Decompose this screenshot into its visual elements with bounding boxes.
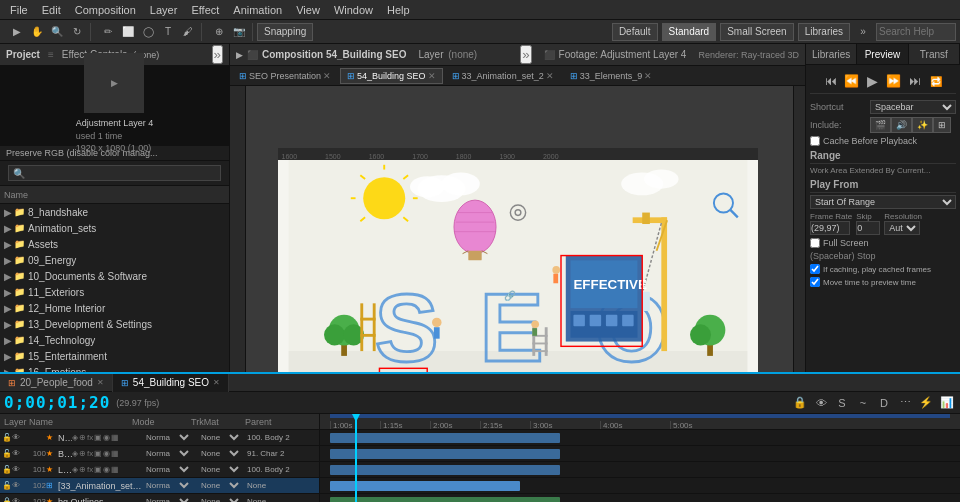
- workspace-default[interactable]: Default: [612, 23, 658, 41]
- menu-effect[interactable]: Effect: [185, 2, 225, 18]
- pen-tool[interactable]: ✏: [99, 23, 117, 41]
- play-from-select[interactable]: Start Of Range: [810, 195, 956, 209]
- full-screen-checkbox[interactable]: [810, 238, 820, 248]
- tree-item-assets[interactable]: ▶ 📁 Assets: [0, 236, 229, 252]
- text-tool[interactable]: T: [159, 23, 177, 41]
- resolution-select[interactable]: Auto: [884, 221, 920, 235]
- tree-item-handshake[interactable]: ▶ 📁 8_handshake: [0, 204, 229, 220]
- comp-tab-seo-presentation[interactable]: ⊞ SEO Presentation ✕: [232, 68, 338, 84]
- skip-to-start-btn[interactable]: ⏮: [822, 72, 840, 90]
- search-help-input[interactable]: [876, 23, 956, 41]
- include-video-btn[interactable]: 🎬: [870, 117, 891, 133]
- comp-tab-close-1[interactable]: ✕: [428, 71, 436, 81]
- rpanel-tab-libraries[interactable]: Libraries: [806, 44, 857, 64]
- tree-item-home-interior[interactable]: ▶ 📁 12_Home Interior: [0, 300, 229, 316]
- layer-mode-body2[interactable]: Norma: [142, 448, 192, 459]
- menu-help[interactable]: Help: [381, 2, 416, 18]
- tree-item-entertainment[interactable]: ▶ 📁 15_Entertainment: [0, 348, 229, 364]
- comp-tab-elements[interactable]: ⊞ 33_Elements_9 ✕: [563, 68, 660, 84]
- menu-file[interactable]: File: [4, 2, 34, 18]
- include-effects-btn[interactable]: ✨: [912, 117, 933, 133]
- tl-layer-bg-outlines[interactable]: 🔒 👁 103 ★ bg Outlines Norma None: [0, 494, 319, 502]
- tl-layer-body2[interactable]: 🔓 👁 100 ★ Body 2 ◈ ⊕ fx ▣ ◉ ▦: [0, 446, 319, 462]
- layer-mode-anim-set2[interactable]: Norma: [142, 480, 192, 491]
- menu-edit[interactable]: Edit: [36, 2, 67, 18]
- layer-mode-bg[interactable]: Norma: [142, 496, 192, 502]
- tree-item-technology[interactable]: ▶ 📁 14_Technology: [0, 332, 229, 348]
- center-panel-close[interactable]: »: [520, 45, 531, 64]
- menu-window[interactable]: Window: [328, 2, 379, 18]
- hand-tool[interactable]: ✋: [28, 23, 46, 41]
- tl-motion-blur-btn[interactable]: ⚡: [917, 394, 935, 412]
- loop-btn[interactable]: 🔁: [927, 72, 945, 90]
- workspace-libraries[interactable]: Libraries: [798, 23, 850, 41]
- tl-tab-close-1[interactable]: ✕: [213, 378, 220, 387]
- tree-item-animation-sets[interactable]: ▶ 📁 Animation_sets: [0, 220, 229, 236]
- layer-trkmat-lhand2[interactable]: None: [197, 464, 242, 475]
- center-panel-header: ▶ ⬛ Composition 54_Building SEO Layer (n…: [230, 44, 805, 66]
- camera-tool[interactable]: 📷: [230, 23, 248, 41]
- layer-trkmat-neck2[interactable]: None: [197, 432, 242, 443]
- layer-trkmat-body2[interactable]: None: [197, 448, 242, 459]
- menu-view[interactable]: View: [290, 2, 326, 18]
- frame-rate-input[interactable]: [810, 221, 850, 235]
- tl-draft-btn[interactable]: D: [875, 394, 893, 412]
- skip-input[interactable]: [856, 221, 880, 235]
- workspace-more[interactable]: »: [854, 23, 872, 41]
- layer-trkmat-anim-set2[interactable]: None: [197, 480, 242, 491]
- rotate-tool[interactable]: ↻: [68, 23, 86, 41]
- puppet-tool[interactable]: ⊕: [210, 23, 228, 41]
- tree-item-development[interactable]: ▶ 📁 13_Development & Settings: [0, 316, 229, 332]
- prev-frame-btn[interactable]: ⏪: [843, 72, 861, 90]
- tl-lock-btn[interactable]: 🔒: [791, 394, 809, 412]
- tl-hide-btn[interactable]: 👁: [812, 394, 830, 412]
- tree-item-documents[interactable]: ▶ 📁 10_Documents & Software: [0, 268, 229, 284]
- mask-tool[interactable]: ⬜: [119, 23, 137, 41]
- tl-tab-people-food[interactable]: ⊞ 20_People_food ✕: [0, 374, 113, 392]
- project-search-input[interactable]: [8, 165, 221, 181]
- ruler-mark-6: 5:00s: [670, 421, 693, 429]
- menu-layer[interactable]: Layer: [144, 2, 184, 18]
- comp-tab-close-0[interactable]: ✕: [323, 71, 331, 81]
- tl-shy-btn[interactable]: ~: [854, 394, 872, 412]
- tl-frame-blending-btn[interactable]: ⋯: [896, 394, 914, 412]
- tree-item-exteriors[interactable]: ▶ 📁 11_Exteriors: [0, 284, 229, 300]
- cache-checkbox[interactable]: [810, 136, 820, 146]
- shortcut-select[interactable]: Spacebar: [870, 100, 956, 114]
- layer-trkmat-bg[interactable]: None: [197, 496, 242, 502]
- include-overlay-btn[interactable]: ⊞: [933, 117, 951, 133]
- workspace-standard[interactable]: Standard: [662, 23, 717, 41]
- tl-tab-close-0[interactable]: ✕: [97, 378, 104, 387]
- selection-tool[interactable]: ▶: [8, 23, 26, 41]
- play-btn[interactable]: ▶: [864, 72, 882, 90]
- shape-tool[interactable]: ◯: [139, 23, 157, 41]
- tl-chart-btn[interactable]: 📊: [938, 394, 956, 412]
- menu-animation[interactable]: Animation: [227, 2, 288, 18]
- comp-tab-close-2[interactable]: ✕: [546, 71, 554, 81]
- menu-composition[interactable]: Composition: [69, 2, 142, 18]
- tl-layer-neck2[interactable]: 🔓 👁 ★ Neck 2 ◈ ⊕ fx ▣ ◉ ▦: [0, 430, 319, 446]
- rpanel-tab-transform[interactable]: Transf: [909, 44, 960, 64]
- layer-mode-lhand2[interactable]: Norma: [142, 464, 192, 475]
- left-panel-close[interactable]: »: [212, 45, 223, 64]
- tl-layer-anim-set2[interactable]: 🔓 👁 102 ⊞ [33_Animation_set_2] Norma: [0, 478, 319, 494]
- include-audio-btn[interactable]: 🔊: [891, 117, 912, 133]
- move-time-checkbox[interactable]: [810, 277, 820, 287]
- workspace-small-screen[interactable]: Small Screen: [720, 23, 793, 41]
- tl-layer-lhand2[interactable]: 🔓 👁 101 ★ L_Hand 2 ◈ ⊕ fx ▣ ◉ ▦: [0, 462, 319, 478]
- comp-tab-building-seo[interactable]: ⊞ 54_Building SEO ✕: [340, 68, 443, 84]
- paint-tool[interactable]: 🖌: [179, 23, 197, 41]
- tl-solo-btn[interactable]: S: [833, 394, 851, 412]
- caching-checkbox[interactable]: [810, 264, 820, 274]
- svg-point-47: [690, 324, 711, 345]
- tl-tab-building-seo[interactable]: ⊞ 54_Building SEO ✕: [113, 374, 229, 392]
- skip-to-end-btn[interactable]: ⏭: [906, 72, 924, 90]
- zoom-tool[interactable]: 🔍: [48, 23, 66, 41]
- snapping-button[interactable]: Snapping: [257, 23, 313, 41]
- layer-mode-neck2[interactable]: Norma: [142, 432, 192, 443]
- comp-tab-animation-set[interactable]: ⊞ 33_Animation_set_2 ✕: [445, 68, 561, 84]
- tree-item-energy[interactable]: ▶ 📁 09_Energy: [0, 252, 229, 268]
- next-frame-btn[interactable]: ⏩: [885, 72, 903, 90]
- comp-tab-close-3[interactable]: ✕: [644, 71, 652, 81]
- rpanel-tab-preview[interactable]: Preview: [857, 44, 908, 64]
